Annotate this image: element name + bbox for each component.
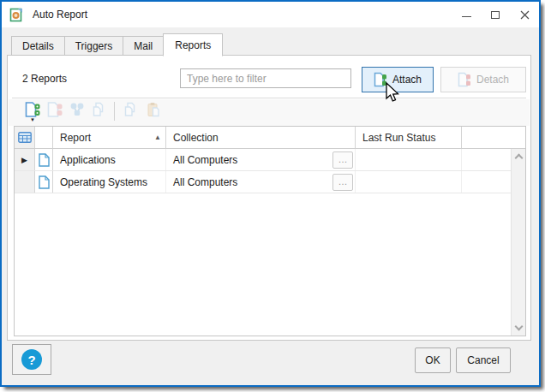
scroll-down-icon[interactable] [515,323,524,331]
grid-column-header-report[interactable]: Report ▲ [53,127,166,148]
table-row[interactable]: Operating Systems All Computers … [15,171,511,193]
auto-report-app-icon [9,8,24,22]
table-icon [18,132,32,143]
toolbar-separator [114,102,115,121]
row-indicator-icon: ▶ [21,156,27,164]
detach-button-label: Detach [476,74,509,86]
maximize-button[interactable] [481,2,510,27]
tab-label: Details [22,40,54,52]
tab-triggers[interactable]: Triggers [64,36,124,56]
collection-value: All Computers [173,154,237,166]
ellipsis-icon: … [338,155,348,164]
duplicate-toolbar-button[interactable] [88,101,111,125]
duplicate-icon [91,101,108,118]
collection-picker-button[interactable]: … [332,174,353,191]
filler-cell [462,149,511,170]
help-icon: ? [21,349,42,370]
reports-tab-panel: 2 Reports Attach Detach [7,55,531,341]
grid-header-row: Report ▲ Collection Last Run Status [15,127,525,149]
maximize-icon [491,11,500,19]
copy-icon [123,101,140,118]
copy-toolbar-button[interactable] [120,101,142,125]
add-report-icon [24,101,41,118]
ellipsis-icon: … [338,177,348,187]
separator [12,98,526,98]
grid-selector-header[interactable] [15,127,35,148]
close-icon [520,10,530,20]
dropdown-arrow-icon[interactable]: ▼ [30,118,35,122]
collection-cell: All Computers … [166,171,356,193]
grid-column-header-last-run-status[interactable]: Last Run Status [356,127,462,148]
add-report-toolbar-button[interactable]: ▼ [21,101,44,125]
report-cell: Operating Systems [53,171,166,193]
collection-value: All Computers [173,176,237,188]
collection-cell: All Computers … [166,149,356,170]
report-cell: Applications [53,149,166,170]
tab-label: Reports [175,39,211,51]
collection-picker-button[interactable]: … [332,151,353,169]
paste-toolbar-button[interactable] [142,101,165,125]
minimize-button[interactable] [452,2,481,27]
grid-toolbar: ▼ [9,99,530,126]
cancel-button[interactable]: Cancel [456,347,511,373]
auto-report-dialog: Auto Report Details Triggers Mail Report… [0,0,541,387]
tab-label: Triggers [75,40,113,52]
tab-mail[interactable]: Mail [123,36,164,56]
last-run-status-cell [356,149,462,170]
vertical-scrollbar[interactable] [511,149,525,336]
filter-input[interactable] [180,68,351,88]
help-button[interactable]: ? [12,344,51,375]
report-count-label: 2 Reports [22,73,67,85]
minimize-icon [462,16,471,17]
row-icon-cell [35,171,53,193]
tab-label: Mail [134,40,153,52]
remove-report-toolbar-button[interactable] [44,101,66,125]
remove-report-icon [46,101,63,118]
sort-ascending-icon: ▲ [154,134,161,141]
row-indicator-cell [15,171,35,193]
tab-details[interactable]: Details [11,36,65,56]
row-icon-cell [35,149,53,170]
column-label: Collection [173,132,219,144]
scroll-up-icon[interactable] [515,154,524,163]
window-title: Auto Report [33,9,87,21]
tab-strip: Details Triggers Mail Reports [11,33,222,56]
ok-button[interactable]: OK [415,347,451,373]
ok-button-label: OK [425,354,440,366]
grid-column-header-collection[interactable]: Collection [166,127,356,148]
report-document-icon [39,153,50,167]
attach-button[interactable]: Attach [362,67,434,92]
cancel-button-label: Cancel [467,354,499,366]
title-bar[interactable]: Auto Report [2,2,539,27]
attach-report-icon [374,72,387,87]
row-indicator-cell: ▶ [15,149,35,170]
window-controls [452,2,539,27]
last-run-status-cell [356,171,462,193]
collections-icon [69,101,86,118]
grid-icon-column-header[interactable] [35,127,53,148]
detach-button[interactable]: Detach [440,67,526,92]
reports-grid: Report ▲ Collection Last Run Status ▶ [14,126,526,336]
table-row[interactable]: ▶ Applications All Computers [15,149,511,171]
column-label: Report [60,132,91,144]
collections-toolbar-button[interactable] [66,101,88,125]
attach-button-label: Attach [392,74,422,86]
grid-body: ▶ Applications All Computers [15,149,525,336]
report-document-icon [39,175,50,189]
paste-icon [145,101,162,118]
tab-reports[interactable]: Reports [163,33,223,56]
filler-cell [462,171,511,193]
grid-rows: ▶ Applications All Computers [15,149,511,336]
close-button[interactable] [510,2,539,27]
grid-column-header-filler [462,127,525,148]
column-label: Last Run Status [362,132,435,144]
detach-report-icon [458,72,471,87]
